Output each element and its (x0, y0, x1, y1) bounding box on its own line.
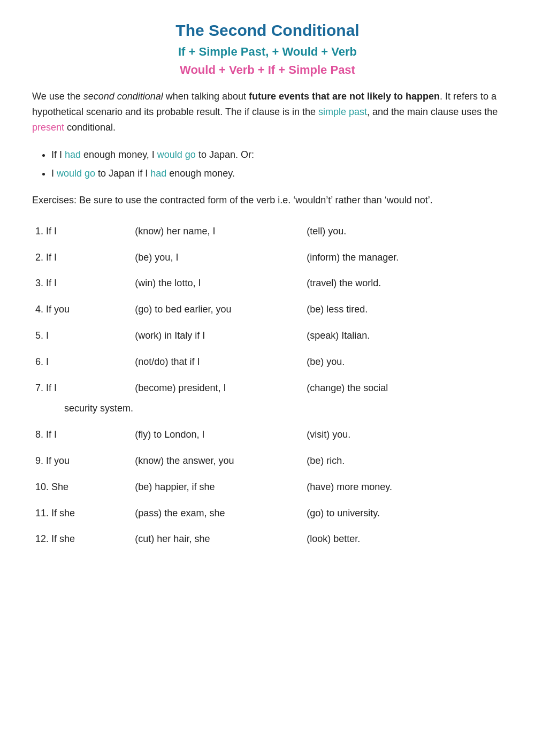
exercise-num-subject: 2. If I (32, 245, 132, 271)
intro-italic: second conditional (83, 91, 163, 102)
exercise-col3: (be) rich. (303, 448, 503, 474)
example-2: I would go to Japan if I had enough mone… (51, 164, 503, 182)
exercise-col2: (be) you, I (132, 245, 303, 271)
exercise-num-subject: 9. If you (32, 448, 132, 474)
exercise-col3: (be) less tired. (303, 296, 503, 323)
exercise-col2: (pass) the exam, she (132, 500, 303, 526)
table-row: 10. She(be) happier, if she(have) more m… (32, 474, 503, 500)
exercise-continuation: security system. (32, 401, 503, 422)
exercise-num-subject: 11. If she (32, 500, 132, 526)
exercise-col3: (change) the social (303, 375, 503, 401)
ex1-teal2: would go (157, 149, 196, 160)
examples-list: If I had enough money, I would go to Jap… (51, 146, 503, 182)
exercise-col3: (look) better. (303, 526, 503, 552)
intro-part1: We use the (32, 91, 83, 102)
exercise-num-subject: 12. If she (32, 526, 132, 552)
exercise-num-subject: 1. If I (32, 218, 132, 245)
exercise-num-subject: 7. If I (32, 375, 132, 401)
table-row: 5. I(work) in Italy if I(speak) Italian. (32, 323, 503, 349)
table-row: 4. If you(go) to bed earlier, you(be) le… (32, 296, 503, 323)
exercise-col3: (be) you. (303, 349, 503, 375)
exercise-col2: (win) the lotto, I (132, 270, 303, 296)
exercises-intro: Exercises: Be sure to use the contracted… (32, 193, 503, 208)
table-row: 8. If I(fly) to London, I(visit) you. (32, 422, 503, 448)
exercise-col2: (go) to bed earlier, you (132, 296, 303, 323)
table-row: 2. If I(be) you, I(inform) the manager. (32, 245, 503, 271)
formula-1: If + Simple Past, + Would + Verb (32, 45, 503, 59)
exercise-num-subject: 6. I (32, 349, 132, 375)
exercise-col2: (cut) her hair, she (132, 526, 303, 552)
intro-part5: conditional. (64, 122, 116, 133)
exercise-col3: (go) to university. (303, 500, 503, 526)
intro-pink1: present (32, 122, 64, 133)
page-title: The Second Conditional (32, 21, 503, 40)
exercise-num-subject: 3. If I (32, 270, 132, 296)
example-1: If I had enough money, I would go to Jap… (51, 146, 503, 164)
intro-paragraph: We use the second conditional when talki… (32, 89, 503, 135)
intro-teal1: simple past (318, 106, 367, 117)
exercise-num-subject: 5. I (32, 323, 132, 349)
exercise-num-subject: 4. If you (32, 296, 132, 323)
table-row: 11. If she(pass) the exam, she(go) to un… (32, 500, 503, 526)
exercise-num-subject: 8. If I (32, 422, 132, 448)
exercise-col3: (visit) you. (303, 422, 503, 448)
ex1-middle: enough money, I (81, 149, 157, 160)
exercise-col3: (speak) Italian. (303, 323, 503, 349)
exercise-col2: (work) in Italy if I (132, 323, 303, 349)
exercise-col2: (know) the answer, you (132, 448, 303, 474)
exercise-col3: (have) more money. (303, 474, 503, 500)
exercise-col3: (tell) you. (303, 218, 503, 245)
ex2-teal1: would go (57, 168, 95, 179)
table-row: 1. If I(know) her name, I(tell) you. (32, 218, 503, 245)
table-row: 9. If you(know) the answer, you(be) rich… (32, 448, 503, 474)
table-row-continuation: security system. (32, 401, 503, 422)
exercise-col3: (inform) the manager. (303, 245, 503, 271)
ex2-middle: to Japan if I (95, 168, 150, 179)
exercise-col2: (become) president, I (132, 375, 303, 401)
intro-part2: when talking about (163, 91, 249, 102)
exercise-col2: (be) happier, if she (132, 474, 303, 500)
intro-part4: , and the main clause uses the (367, 106, 498, 117)
ex1-teal1: had (65, 149, 81, 160)
exercise-col2: (fly) to London, I (132, 422, 303, 448)
ex2-teal2: had (150, 168, 166, 179)
table-row: 7. If I(become) president, I(change) the… (32, 375, 503, 401)
exercises-table: 1. If I(know) her name, I(tell) you.2. I… (32, 218, 503, 552)
ex1-after: to Japan. Or: (196, 149, 254, 160)
formula-2: Would + Verb + If + Simple Past (32, 63, 503, 77)
table-row: 12. If she(cut) her hair, she(look) bett… (32, 526, 503, 552)
exercise-col3: (travel) the world. (303, 270, 503, 296)
exercise-col2: (know) her name, I (132, 218, 303, 245)
table-row: 3. If I(win) the lotto, I(travel) the wo… (32, 270, 503, 296)
ex2-after: enough money. (166, 168, 235, 179)
ex1-before: If I (51, 149, 65, 160)
table-row: 6. I(not/do) that if I(be) you. (32, 349, 503, 375)
intro-bold: future events that are not likely to hap… (249, 91, 440, 102)
exercise-num-subject: 10. She (32, 474, 132, 500)
exercise-col2: (not/do) that if I (132, 349, 303, 375)
ex2-before: I (51, 168, 57, 179)
